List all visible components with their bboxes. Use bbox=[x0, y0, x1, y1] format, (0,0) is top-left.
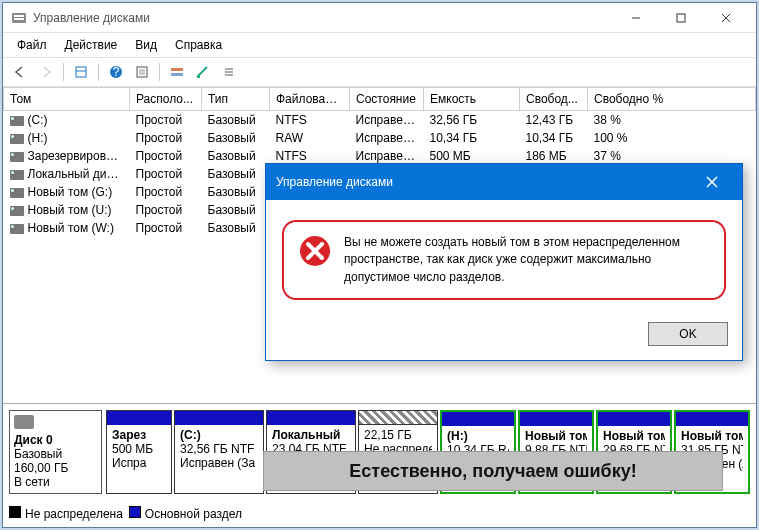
cell-layout: Простой bbox=[130, 165, 202, 183]
refresh-button[interactable] bbox=[131, 61, 153, 83]
svg-text:?: ? bbox=[113, 65, 120, 79]
cell-layout: Простой bbox=[130, 111, 202, 130]
cell-type: Базовый bbox=[202, 111, 270, 130]
disk-management-window: Управление дисками Файл Действие Вид Спр… bbox=[2, 2, 757, 528]
cell-type: Базовый bbox=[202, 183, 270, 201]
col-freepct[interactable]: Свободно % bbox=[588, 88, 756, 111]
cell-fs: RAW bbox=[270, 129, 350, 147]
properties-button[interactable] bbox=[192, 61, 214, 83]
volume-name: Зарезервировано... bbox=[28, 149, 130, 163]
toolbar-separator bbox=[63, 63, 64, 81]
annotation-caption: Естественно, получаем ошибку! bbox=[263, 451, 723, 491]
window-buttons bbox=[613, 4, 748, 32]
menu-action[interactable]: Действие bbox=[57, 35, 126, 55]
volume-icon bbox=[10, 170, 24, 180]
partition-block[interactable]: Зарез500 МБИспра bbox=[106, 410, 172, 494]
table-row[interactable]: (H:)ПростойБазовыйRAWИсправен...10,34 ГБ… bbox=[4, 129, 756, 147]
cell-layout: Простой bbox=[130, 147, 202, 165]
nav-forward-button[interactable] bbox=[35, 61, 57, 83]
partition-name: (H:) bbox=[447, 429, 509, 443]
list-button[interactable] bbox=[218, 61, 240, 83]
minimize-button[interactable] bbox=[613, 4, 658, 32]
window-title: Управление дисками bbox=[33, 11, 613, 25]
legend-unallocated: Не распределена bbox=[9, 506, 123, 521]
cell-capacity: 10,34 ГБ bbox=[424, 129, 520, 147]
toolbar-separator bbox=[98, 63, 99, 81]
close-button[interactable] bbox=[703, 4, 748, 32]
maximize-button[interactable] bbox=[658, 4, 703, 32]
col-volume[interactable]: Том bbox=[4, 88, 130, 111]
svg-rect-7 bbox=[76, 67, 86, 77]
col-fs[interactable]: Файловая с... bbox=[270, 88, 350, 111]
cell-type: Базовый bbox=[202, 147, 270, 165]
partition-size: 500 МБ bbox=[112, 442, 166, 456]
partition-name: Зарез bbox=[112, 428, 166, 442]
col-type[interactable]: Тип bbox=[202, 88, 270, 111]
menu-help[interactable]: Справка bbox=[167, 35, 230, 55]
cell-layout: Простой bbox=[130, 219, 202, 237]
ok-button[interactable]: OK bbox=[648, 322, 728, 346]
partition-stripe bbox=[676, 412, 748, 426]
disk-list-button[interactable] bbox=[166, 61, 188, 83]
col-capacity[interactable]: Емкость bbox=[424, 88, 520, 111]
disk-type: Базовый bbox=[14, 447, 97, 461]
volume-icon bbox=[10, 134, 24, 144]
toolbar: ? bbox=[3, 57, 756, 87]
error-dialog: Управление дисками Вы не можете создать … bbox=[265, 163, 743, 361]
legend-primary: Основной раздел bbox=[129, 506, 242, 521]
toolbar-separator bbox=[159, 63, 160, 81]
partition-name: Новый том bbox=[525, 429, 587, 443]
table-row[interactable]: (C:)ПростойБазовыйNTFSИсправен...32,56 Г… bbox=[4, 111, 756, 130]
partition-status: Исправен (За bbox=[180, 456, 258, 470]
disk-label: Диск 0 bbox=[14, 433, 97, 447]
partition-name: (C:) bbox=[180, 428, 258, 442]
col-status[interactable]: Состояние bbox=[350, 88, 424, 111]
volume-name: (H:) bbox=[28, 131, 48, 145]
volume-name: Новый том (G:) bbox=[28, 185, 113, 199]
volume-icon bbox=[10, 188, 24, 198]
cell-type: Базовый bbox=[202, 165, 270, 183]
svg-rect-1 bbox=[14, 15, 24, 17]
disk-header-panel[interactable]: Диск 0 Базовый 160,00 ГБ В сети bbox=[9, 410, 102, 494]
cell-fs: NTFS bbox=[270, 111, 350, 130]
app-icon bbox=[11, 10, 27, 26]
cell-freepct: 38 % bbox=[588, 111, 756, 130]
col-layout[interactable]: Располо... bbox=[130, 88, 202, 111]
dialog-close-button[interactable] bbox=[692, 170, 732, 194]
volume-name: Новый том (W:) bbox=[28, 221, 114, 235]
partition-name: Локальный bbox=[272, 428, 350, 442]
partition-size: 22,15 ГБ bbox=[364, 428, 432, 442]
svg-rect-14 bbox=[171, 73, 183, 76]
partition-stripe bbox=[520, 412, 592, 426]
partition-stripe bbox=[442, 412, 514, 426]
partition-size: 32,56 ГБ NTF bbox=[180, 442, 258, 456]
col-free[interactable]: Свобод... bbox=[520, 88, 588, 111]
partition-stripe bbox=[598, 412, 670, 426]
menu-file[interactable]: Файл bbox=[9, 35, 55, 55]
volume-icon bbox=[10, 224, 24, 234]
cell-type: Базовый bbox=[202, 219, 270, 237]
dialog-message-frame: Вы не можете создать новый том в этом не… bbox=[282, 220, 726, 300]
volume-name: (C:) bbox=[28, 113, 48, 127]
partition-status: Испра bbox=[112, 456, 166, 470]
partition-stripe bbox=[359, 411, 437, 425]
cell-type: Базовый bbox=[202, 201, 270, 219]
volume-name: Локальный диск (... bbox=[28, 167, 130, 181]
nav-back-button[interactable] bbox=[9, 61, 31, 83]
cell-type: Базовый bbox=[202, 129, 270, 147]
svg-rect-12 bbox=[139, 69, 145, 75]
menu-view[interactable]: Вид bbox=[127, 35, 165, 55]
partition-name: Новый том bbox=[681, 429, 743, 443]
legend-area: Не распределена Основной раздел bbox=[3, 500, 756, 527]
partition-block[interactable]: (C:)32,56 ГБ NTFИсправен (За bbox=[174, 410, 264, 494]
disk-icon bbox=[14, 415, 34, 429]
partition-stripe bbox=[267, 411, 355, 425]
disk-size: 160,00 ГБ bbox=[14, 461, 97, 475]
partition-name: Новый том bbox=[603, 429, 665, 443]
svg-rect-2 bbox=[14, 18, 24, 20]
cell-free: 12,43 ГБ bbox=[520, 111, 588, 130]
cell-status: Исправен... bbox=[350, 111, 424, 130]
help-button[interactable]: ? bbox=[105, 61, 127, 83]
cell-layout: Простой bbox=[130, 129, 202, 147]
view-button[interactable] bbox=[70, 61, 92, 83]
